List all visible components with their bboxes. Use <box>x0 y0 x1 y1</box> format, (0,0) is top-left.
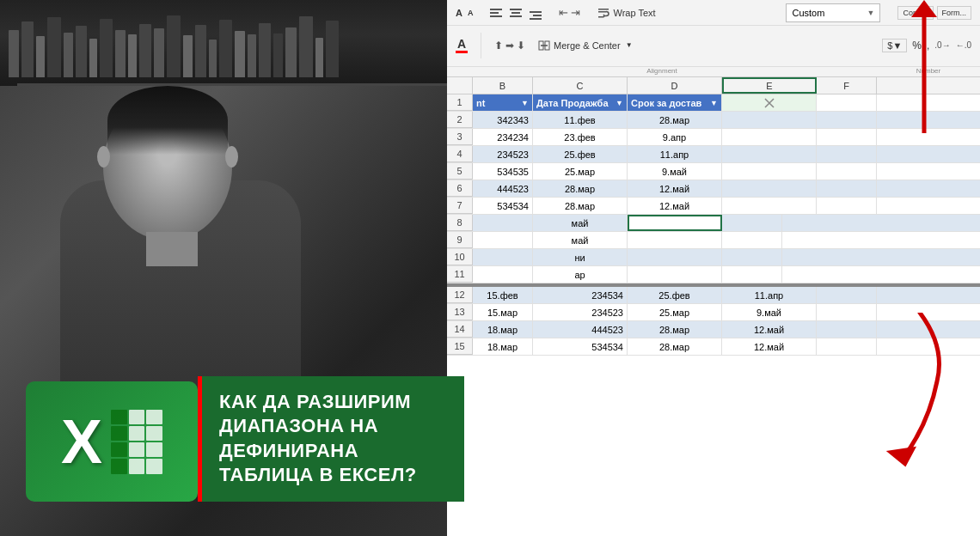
decrease-decimal-btn[interactable]: ←.0 <box>956 40 971 50</box>
align-middle-btn[interactable]: ➡ <box>505 40 514 52</box>
filter-d[interactable]: ▼ <box>710 99 718 107</box>
cell-e6[interactable] <box>722 180 817 197</box>
cell-f5[interactable] <box>817 163 877 180</box>
cell-c14[interactable]: 444523 <box>533 321 628 338</box>
cell-c2[interactable]: 11.фев <box>533 112 628 128</box>
cell-c8[interactable]: май <box>533 215 628 231</box>
cell-f10[interactable] <box>722 249 782 265</box>
align-center-icon[interactable] <box>508 6 524 20</box>
cell-c9[interactable]: май <box>533 232 628 248</box>
col-header-b[interactable]: B <box>473 77 533 94</box>
comma-btn[interactable]: , <box>927 40 929 52</box>
cell-f4[interactable] <box>817 146 877 162</box>
cell-e11[interactable] <box>628 266 722 283</box>
cell-e8-selected[interactable] <box>628 215 722 231</box>
cell-b11[interactable] <box>473 266 533 283</box>
cell-c7[interactable]: 28.мар <box>533 198 628 214</box>
cell-f15[interactable] <box>817 338 877 355</box>
cell-e4[interactable] <box>722 146 817 162</box>
cell-c15[interactable]: 534534 <box>533 338 628 355</box>
currency-btn[interactable]: $▼ <box>882 39 907 52</box>
cell-e5[interactable] <box>722 163 817 180</box>
cell-e15[interactable]: 12.май <box>722 338 817 355</box>
cell-b14[interactable]: 18.мар <box>473 321 533 338</box>
decrease-indent-btn[interactable]: ⇤ <box>559 6 568 19</box>
cell-b4[interactable]: 234523 <box>473 146 533 162</box>
cell-b7[interactable]: 534534 <box>473 198 533 214</box>
filter-c[interactable]: ▼ <box>616 99 623 107</box>
cell-e7[interactable] <box>722 198 817 214</box>
cell-b6[interactable]: 444523 <box>473 180 533 197</box>
col-header-f[interactable]: F <box>817 77 877 94</box>
increase-indent-btn[interactable]: ⇥ <box>571 6 580 19</box>
cell-e9[interactable] <box>628 232 722 248</box>
number-format-second-row: $▼ % , .0→ ←.0 <box>882 39 971 52</box>
col-header-c[interactable]: C <box>533 77 628 94</box>
cell-d4[interactable]: 11.апр <box>628 146 722 162</box>
row-num-6: 6 <box>447 180 473 197</box>
cell-c3[interactable]: 23.фев <box>533 129 628 145</box>
cell-b10[interactable] <box>473 249 533 265</box>
cell-f6[interactable] <box>817 180 877 197</box>
cell-f11[interactable] <box>722 266 782 283</box>
format-btn[interactable]: Form... <box>937 6 972 20</box>
cell-b8[interactable] <box>473 215 533 231</box>
cell-f2[interactable] <box>817 112 877 128</box>
col-header-e[interactable]: E <box>722 77 817 94</box>
align-bottom-btn[interactable]: ⬇ <box>517 40 525 52</box>
cell-f8[interactable] <box>722 215 782 231</box>
cell-e3[interactable] <box>722 129 817 145</box>
cell-f12[interactable] <box>817 287 877 303</box>
wrap-text-btn[interactable]: Wrap Text <box>597 7 655 19</box>
table-row: 8 май <box>447 215 980 232</box>
merge-center-btn[interactable]: Merge & Center ▼ <box>538 40 633 52</box>
cell-d6[interactable]: 12.май <box>628 180 722 197</box>
align-left-icon[interactable] <box>490 6 505 20</box>
cell-c11[interactable]: ар <box>533 266 628 283</box>
cell-d12[interactable]: 25.фев <box>628 287 722 303</box>
increase-decimal-btn[interactable]: .0→ <box>934 40 950 50</box>
cell-e2[interactable] <box>722 112 817 128</box>
cell-d2[interactable]: 28.мар <box>628 112 722 128</box>
cell-d14[interactable]: 28.мар <box>628 321 722 338</box>
cell-c6[interactable]: 28.мар <box>533 180 628 197</box>
cell-c12[interactable]: 234534 <box>533 287 628 303</box>
cell-b3[interactable]: 234234 <box>473 129 533 145</box>
cell-b13[interactable]: 15.мар <box>473 304 533 320</box>
cell-f13[interactable] <box>817 304 877 320</box>
cell-c10[interactable]: ни <box>533 249 628 265</box>
filter-b[interactable]: ▼ <box>521 99 529 107</box>
col-header-d[interactable]: D <box>628 77 722 94</box>
cell-c5[interactable]: 25.мар <box>533 163 628 180</box>
cell-f9[interactable] <box>722 232 782 248</box>
cell-d7[interactable]: 12.май <box>628 198 722 214</box>
cell-d5[interactable]: 9.май <box>628 163 722 180</box>
cell-b9[interactable] <box>473 232 533 248</box>
cell-d13[interactable]: 25.мар <box>628 304 722 320</box>
cell-d3[interactable]: 9.апр <box>628 129 722 145</box>
cell-d15[interactable]: 28.мар <box>628 338 722 355</box>
align-top-btn[interactable]: ⬆ <box>494 40 503 52</box>
cell-f14[interactable] <box>817 321 877 338</box>
table-row: 9 май <box>447 232 980 249</box>
cond-format-btn[interactable]: Cond... <box>897 6 933 20</box>
number-format-dropdown[interactable]: Custom ▼ <box>786 3 880 22</box>
cell-b12[interactable]: 15.фев <box>473 287 533 303</box>
percent-btn[interactable]: % <box>912 40 922 52</box>
cell-b15[interactable]: 18.мар <box>473 338 533 355</box>
cell-f3[interactable] <box>817 129 877 145</box>
cell-c4[interactable]: 25.фев <box>533 146 628 162</box>
number-label: Number <box>877 66 980 76</box>
cell-e10[interactable] <box>628 249 722 265</box>
cell-e14[interactable]: 12.май <box>722 321 817 338</box>
table-header-row: 1 nt ▼ Дата Продажба ▼ Срок за достав ▼ <box>447 94 980 112</box>
row-num-15: 15 <box>447 338 473 355</box>
cell-e13[interactable]: 9.май <box>722 304 817 320</box>
cell-f7[interactable] <box>817 198 877 214</box>
cell-b2[interactable]: 342343 <box>473 112 533 128</box>
align-right-icon[interactable] <box>526 6 542 20</box>
cell-c13[interactable]: 234523 <box>533 304 628 320</box>
wrap-text-label: Wrap Text <box>613 8 655 18</box>
cell-e12[interactable]: 11.апр <box>722 287 817 303</box>
cell-b5[interactable]: 534535 <box>473 163 533 180</box>
